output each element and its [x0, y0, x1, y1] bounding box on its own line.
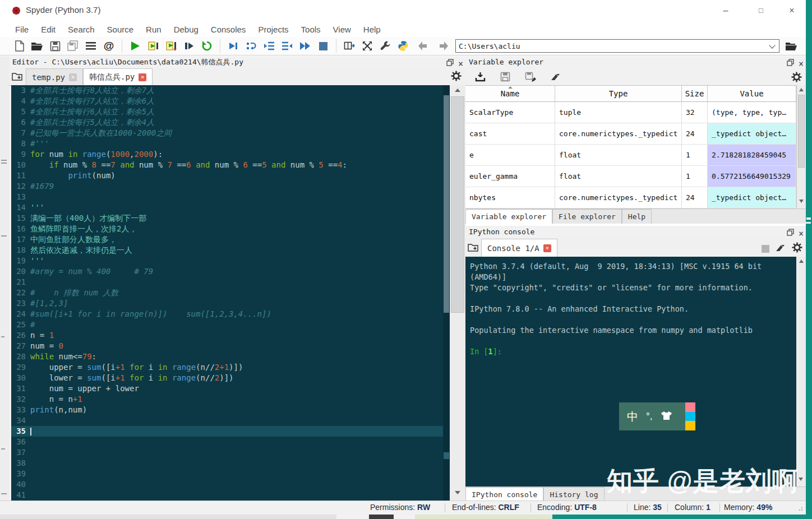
code-line-18[interactable]: 18然后依次递减，末排仍是一人 [11, 245, 443, 256]
open-file-icon[interactable] [30, 39, 44, 53]
name-cell[interactable]: e [465, 145, 555, 165]
code-line-8[interactable]: 8#''' [11, 138, 443, 149]
code-line-5[interactable]: 5#全部兵士按每行6人站立，剩余5人 [11, 106, 443, 117]
code-line-17[interactable]: 17中间鱼肚部分人数最多， [11, 234, 443, 245]
menu-tools[interactable]: Tools [295, 23, 327, 36]
console-output[interactable]: Python 3.7.4 (default, Aug 9 2019, 18:34… [465, 257, 796, 486]
size-cell[interactable]: 32 [682, 102, 708, 123]
code-line-26[interactable]: 26n = 1 [11, 330, 443, 341]
close-tab-icon[interactable]: × [139, 73, 146, 81]
value-cell[interactable]: (type, type, typ… [708, 102, 796, 123]
ime-punctuation-toggle[interactable]: °, [646, 411, 653, 422]
variable-row-cast[interactable]: castcore.numerictypes._typedict24_typedi… [465, 123, 796, 145]
code-line-9[interactable]: 9for num in range(1000,2000): [11, 149, 443, 160]
run-icon[interactable] [128, 39, 142, 53]
console-tab[interactable]: Console 1/A × [481, 239, 557, 257]
continue-icon[interactable] [298, 39, 312, 53]
save-data-as-icon[interactable] [523, 70, 538, 84]
menu-help[interactable]: Help [357, 23, 387, 36]
remove-all-variables-icon[interactable] [548, 70, 563, 84]
save-all-icon[interactable] [66, 39, 80, 53]
variable-row-ScalarType[interactable]: ScalarTypetuple32(type, type, typ… [465, 102, 796, 123]
type-cell[interactable]: tuple [555, 102, 682, 123]
code-line-21[interactable]: 21 [11, 277, 443, 288]
resize-grip[interactable] [799, 506, 804, 511]
code-line-35[interactable]: 35 [11, 426, 443, 437]
code-line-19[interactable]: 19''' [11, 256, 443, 266]
debug-file-icon[interactable] [226, 39, 241, 53]
editor-tab-temp.py[interactable]: temp.py× [26, 68, 83, 85]
ime-swatch[interactable] [685, 412, 695, 421]
console-scrollbar[interactable] [796, 257, 806, 486]
preferences-icon[interactable] [378, 39, 393, 53]
ime-mode-indicator[interactable]: 中 [627, 409, 638, 424]
code-line-14[interactable]: 14''' [11, 202, 443, 213]
code-line-10[interactable]: 10 if num % 8 ==7 and num % 7 ==6 and nu… [11, 160, 443, 170]
code-line-13[interactable]: 13 [11, 192, 443, 202]
interrupt-kernel-icon[interactable] [762, 245, 769, 253]
code-line-11[interactable]: 11 print(num) [11, 170, 443, 181]
code-line-37[interactable]: 37 [11, 447, 443, 458]
close-panel-icon[interactable]: × [458, 60, 463, 68]
save-icon[interactable] [48, 39, 62, 53]
code-line-31[interactable]: 31 num = upper + lower [11, 383, 443, 394]
type-cell[interactable]: float [555, 166, 682, 187]
editor-options-gear-icon[interactable] [451, 71, 462, 84]
close-panel-icon[interactable]: × [799, 230, 804, 238]
code-line-3[interactable]: 3#全部兵士按每行8人站立，剩余7人 [11, 85, 443, 96]
close-panel-icon[interactable]: × [799, 60, 804, 68]
python-path-icon[interactable] [396, 39, 410, 53]
code-line-28[interactable]: 28while num<=79: [11, 351, 443, 362]
code-line-40[interactable]: 40 [11, 479, 443, 490]
menu-source[interactable]: Source [101, 23, 140, 36]
name-cell[interactable]: nbytes [465, 187, 555, 208]
variable-explorer-options-gear-icon[interactable] [791, 72, 802, 85]
code-line-24[interactable]: 24#sum([i+1 for i in range(n)]) sum([1,2… [11, 309, 443, 319]
type-cell[interactable]: core.numerictypes._typedict [555, 187, 682, 208]
scrollbar-thumb[interactable] [451, 96, 464, 313]
name-cell[interactable]: euler_gamma [465, 166, 555, 187]
column-header-size[interactable]: Size [682, 86, 708, 101]
step-return-icon[interactable] [280, 39, 294, 53]
forward-icon[interactable] [436, 39, 451, 53]
tab-history-log[interactable]: History log [543, 487, 604, 501]
code-line-6[interactable]: 6#全部兵士按每行5人站立，剩余4人 [11, 117, 443, 128]
menu-edit[interactable]: Edit [35, 23, 62, 36]
ime-swatch[interactable] [685, 402, 695, 412]
variable-row-e[interactable]: efloat12.718281828459045 [465, 145, 796, 166]
value-cell[interactable]: 2.718281828459045 [708, 145, 796, 165]
menu-view[interactable]: View [327, 23, 357, 36]
code-line-29[interactable]: 29 upper = sum([i+1 for i in range(n//2+… [11, 362, 443, 373]
code-line-25[interactable]: 25# [11, 319, 443, 330]
value-cell[interactable]: _typedict object… [708, 187, 796, 208]
code-line-36[interactable]: 36 [11, 437, 443, 447]
name-cell[interactable]: cast [465, 123, 555, 144]
value-cell[interactable]: 0.5772156649015329 [708, 166, 796, 187]
column-header-value[interactable]: Value [708, 86, 796, 101]
maximize-button[interactable]: □ [753, 4, 769, 17]
back-icon[interactable] [416, 39, 430, 53]
import-data-icon[interactable] [473, 70, 487, 84]
new-file-icon[interactable] [12, 39, 26, 53]
run-cell-advance-icon[interactable] [164, 39, 178, 53]
chevron-down-icon[interactable] [769, 42, 775, 48]
code-line-7[interactable]: 7#已知每一营士兵人数在1000-2000之间 [11, 128, 443, 138]
scroll-down-arrow-icon[interactable] [799, 200, 804, 203]
menu-debug[interactable]: Debug [168, 23, 205, 36]
tab-file-explorer[interactable]: File explorer [552, 209, 622, 224]
run-cell-icon[interactable] [146, 39, 160, 53]
code-line-15[interactable]: 15满编一部（400人）才编制下一部 [11, 213, 443, 224]
code-line-38[interactable]: 38 [11, 458, 443, 469]
scrollbar-thumb[interactable] [798, 95, 805, 168]
code-line-34[interactable]: 34 [11, 415, 443, 426]
code-line-32[interactable]: 32 n = n+1 [11, 394, 443, 405]
console-options-gear-icon[interactable] [792, 242, 802, 255]
size-cell[interactable]: 1 [682, 145, 708, 165]
type-cell[interactable]: float [555, 145, 682, 165]
stop-icon[interactable] [316, 39, 330, 53]
editor-vertical-scrollbar[interactable] [450, 85, 465, 501]
code-line-39[interactable]: 39 [11, 469, 443, 479]
remove-variables-icon[interactable] [775, 243, 786, 254]
scroll-up-arrow-icon[interactable] [799, 88, 804, 91]
code-line-27[interactable]: 27num = 0 [11, 341, 443, 351]
